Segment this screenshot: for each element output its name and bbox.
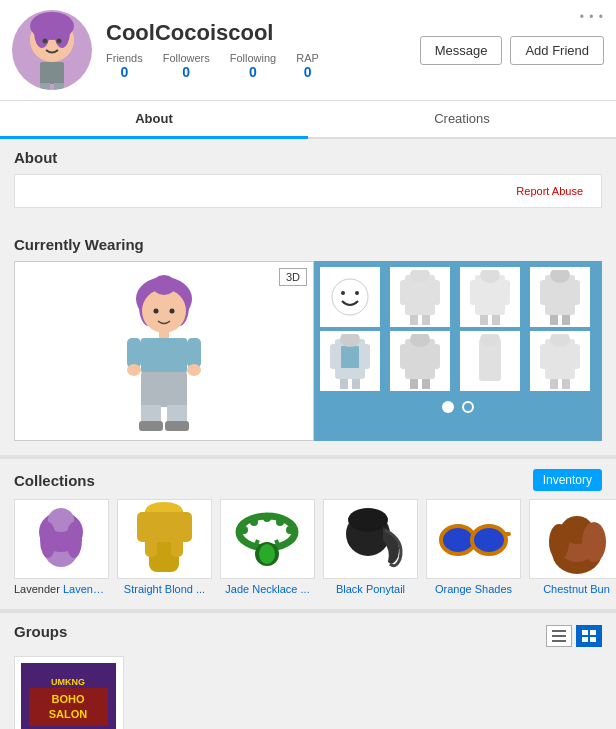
- svg-point-81: [259, 544, 275, 564]
- stat-friends: Friends 0: [106, 52, 143, 80]
- stat-friends-value: 0: [106, 64, 143, 80]
- page-wrapper: CoolCocoiscool Friends 0 Followers 0 Fol…: [0, 0, 616, 729]
- svg-rect-106: [582, 630, 588, 635]
- svg-point-13: [152, 275, 176, 295]
- svg-rect-35: [422, 315, 430, 325]
- wearing-item-5[interactable]: [390, 331, 450, 391]
- about-content: Report Abuse: [14, 174, 602, 208]
- stat-rap: RAP 0: [296, 52, 319, 80]
- collections-title: Collections: [14, 472, 95, 489]
- profile-stats: Friends 0 Followers 0 Following 0 RAP 0: [106, 52, 420, 80]
- more-options-icon[interactable]: • • •: [580, 10, 604, 24]
- tab-creations[interactable]: Creations: [308, 101, 616, 139]
- stat-followers-value: 0: [163, 64, 210, 80]
- inventory-button[interactable]: Inventory: [533, 469, 602, 491]
- stat-followers-label: Followers: [163, 52, 210, 64]
- group-item-boho-salon[interactable]: UMKNG BOHO SALON Boho Salon 230K+ Member…: [14, 656, 124, 729]
- wearing-item-smiley[interactable]: [320, 267, 380, 327]
- svg-rect-40: [480, 315, 488, 325]
- dot-2[interactable]: [462, 401, 474, 413]
- collection-item-black-ponytail[interactable]: Black Ponytail: [323, 499, 418, 595]
- svg-line-83: [276, 540, 279, 547]
- wearing-item-6[interactable]: [460, 331, 520, 391]
- profile-username: CoolCocoiscool: [106, 20, 420, 46]
- svg-rect-97: [504, 532, 511, 536]
- svg-rect-7: [40, 83, 50, 90]
- svg-point-15: [170, 309, 175, 314]
- svg-point-5: [57, 39, 62, 44]
- svg-point-84: [240, 526, 248, 534]
- svg-rect-18: [127, 338, 141, 368]
- svg-point-87: [276, 518, 284, 526]
- wearing-item-4[interactable]: [320, 331, 380, 391]
- 3d-label[interactable]: 3D: [279, 268, 307, 286]
- svg-text:SALON: SALON: [49, 708, 88, 720]
- wearing-item-2[interactable]: [460, 267, 520, 327]
- svg-rect-64: [540, 344, 550, 369]
- svg-rect-8: [54, 83, 64, 90]
- collection-thumb-jade: [220, 499, 315, 579]
- avatar-svg: [12, 10, 92, 90]
- view-grid-btn[interactable]: [576, 625, 602, 647]
- tab-about[interactable]: About: [0, 101, 308, 139]
- stat-rap-label: RAP: [296, 52, 319, 64]
- wearing-3d-view: 3D: [14, 261, 314, 441]
- svg-rect-44: [570, 280, 580, 305]
- add-friend-button[interactable]: Add Friend: [510, 36, 604, 65]
- groups-title: Groups: [14, 623, 67, 640]
- carousel-dots: [320, 395, 596, 419]
- groups-header: Groups: [14, 623, 602, 648]
- profile-info: CoolCocoiscool Friends 0 Followers 0 Fol…: [106, 20, 420, 80]
- svg-point-90: [348, 508, 388, 532]
- svg-rect-50: [360, 344, 370, 369]
- message-button[interactable]: Message: [420, 36, 503, 65]
- svg-rect-51: [341, 346, 359, 368]
- collection-item-straight-blond[interactable]: Straight Blond ...: [117, 499, 212, 595]
- view-list-btn[interactable]: [546, 625, 572, 647]
- svg-rect-103: [552, 630, 566, 632]
- svg-text:UMKNG: UMKNG: [51, 677, 85, 687]
- svg-point-29: [355, 291, 359, 295]
- svg-rect-56: [400, 344, 410, 369]
- svg-rect-43: [540, 280, 550, 305]
- svg-point-14: [154, 309, 159, 314]
- collection-item-lavender-updo[interactable]: Lavender Lavender Updo: [14, 499, 109, 595]
- dot-1[interactable]: [442, 401, 454, 413]
- wearing-title: Currently Wearing: [14, 236, 602, 253]
- stat-following: Following 0: [230, 52, 276, 80]
- svg-rect-25: [139, 421, 163, 431]
- svg-rect-53: [340, 379, 348, 389]
- stat-rap-value: 0: [296, 64, 319, 80]
- stat-following-value: 0: [230, 64, 276, 80]
- wearing-item-1[interactable]: [390, 267, 450, 327]
- svg-rect-38: [500, 280, 510, 305]
- svg-rect-16: [159, 331, 169, 339]
- svg-rect-57: [430, 344, 440, 369]
- collections-section: Collections Inventory: [0, 455, 616, 609]
- wearing-item-7[interactable]: [530, 331, 590, 391]
- stat-followers: Followers 0: [163, 52, 210, 80]
- svg-rect-65: [570, 344, 580, 369]
- collection-item-orange-shades[interactable]: Orange Shades: [426, 499, 521, 595]
- svg-point-12: [142, 289, 186, 333]
- collection-item-jade-necklace[interactable]: Jade Necklace ...: [220, 499, 315, 595]
- character-svg: [99, 271, 229, 431]
- wearing-grid: [320, 267, 596, 391]
- svg-point-2: [34, 16, 50, 48]
- svg-rect-17: [141, 338, 187, 373]
- wearing-item-3[interactable]: [530, 267, 590, 327]
- group-thumb: UMKNG BOHO SALON: [21, 663, 116, 729]
- svg-rect-54: [352, 379, 360, 389]
- svg-rect-32: [430, 280, 440, 305]
- profile-actions: Message Add Friend: [420, 36, 604, 65]
- stat-friends-label: Friends: [106, 52, 143, 64]
- svg-rect-22: [141, 372, 187, 407]
- report-abuse-link[interactable]: Report Abuse: [25, 181, 591, 201]
- collection-item-chestnut-bun[interactable]: Chestnut Bun: [529, 499, 616, 595]
- svg-line-82: [255, 540, 258, 547]
- svg-point-85: [250, 518, 258, 526]
- svg-rect-37: [470, 280, 480, 305]
- svg-rect-26: [165, 421, 189, 431]
- svg-rect-19: [187, 338, 201, 368]
- collection-thumb-chestnut: [529, 499, 616, 579]
